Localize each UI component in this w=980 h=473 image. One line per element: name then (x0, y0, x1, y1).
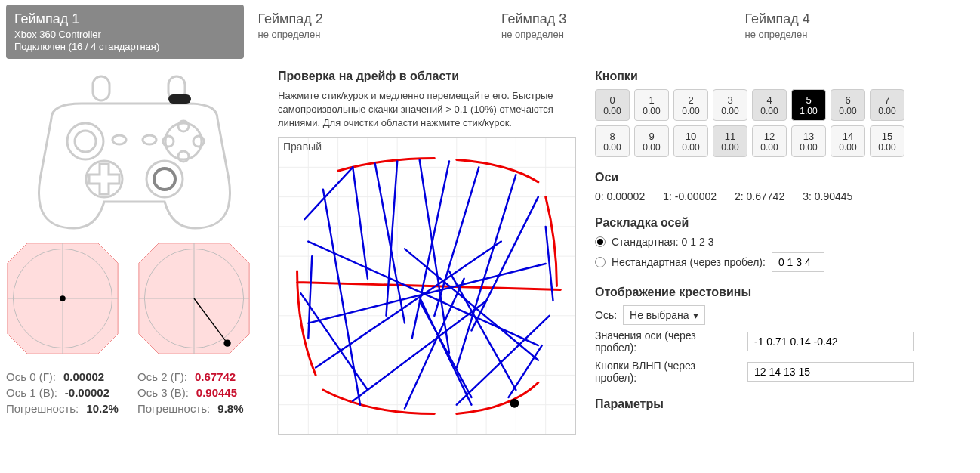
svg-point-12 (112, 135, 126, 144)
button-6: 60.00 (831, 89, 865, 121)
buttons-grid: 00.0010.0020.0030.0040.0051.0060.0070.00… (595, 89, 942, 157)
axis2-value: 0.67742 (195, 370, 236, 383)
dpad-heading: Отображение крестовины (595, 286, 974, 299)
drift-area[interactable]: Правый (278, 137, 576, 435)
tab-title: Геймпад 1 (14, 11, 236, 27)
tab-sub1: Xbox 360 Controller (14, 29, 236, 40)
svg-point-23 (223, 339, 230, 346)
dpad-buttons-label: Кнопки ВЛНП (через пробел): (595, 360, 738, 384)
drift-help: Нажмите стик/курок и медленно перемещайт… (278, 89, 580, 131)
tab-sub1: не определен (501, 29, 723, 40)
gamepad-illustration (6, 70, 263, 236)
button-8: 80.00 (595, 125, 630, 157)
axes-heading: Оси (595, 171, 974, 184)
tab-title: Геймпад 4 (745, 11, 966, 27)
gamepad-tabs: Геймпад 1 Xbox 360 Controller Подключен … (0, 0, 980, 59)
button-11: 110.00 (713, 125, 747, 157)
drift-heading: Проверка на дрейф в области (278, 70, 580, 83)
button-7: 70.00 (870, 89, 904, 121)
layout-standard-option[interactable]: Стандартная: 0 1 2 3 (595, 236, 974, 248)
layout-nonstandard-label: Нестандартная (через пробел): (612, 256, 766, 268)
tab-sub1: не определен (745, 29, 966, 40)
svg-point-4 (146, 161, 183, 197)
axis-layout-heading: Раскладка осей (595, 216, 974, 230)
axis2-label: Ось 2 (Г): (137, 370, 187, 383)
svg-point-13 (143, 135, 156, 144)
button-12: 120.00 (752, 125, 787, 157)
tab-sub1: не определен (258, 29, 479, 40)
radio-icon (595, 257, 606, 267)
radio-icon (595, 236, 606, 247)
svg-point-18 (60, 295, 66, 301)
svg-rect-14 (168, 94, 191, 104)
axis3-label: Ось 3 (В): (137, 386, 189, 399)
axis0-label: Ось 0 (Г): (6, 370, 56, 383)
svg-point-6 (165, 123, 202, 159)
tab-gamepad-4[interactable]: Геймпад 4 не определен (737, 5, 975, 59)
axes-values: 0: 0.000021: -0.000022: 0.677423: 0.9044… (595, 190, 974, 202)
axis0-value: 0.00002 (63, 370, 104, 383)
err-value: 10.2% (86, 402, 119, 415)
right-stick-visual (137, 242, 251, 355)
tab-sub2: Подключен (16 / 4 стандартная) (14, 41, 236, 52)
axis-values-label: Значения оси (через пробел): (595, 329, 738, 354)
button-14: 140.00 (831, 125, 865, 157)
axis1-label: Ось 1 (В): (6, 386, 57, 399)
dpad-axis-select[interactable]: Не выбрана ▾ (623, 305, 705, 325)
svg-rect-0 (93, 76, 109, 100)
button-10: 100.00 (673, 125, 708, 157)
left-stick-visual (6, 242, 119, 355)
svg-point-3 (75, 131, 96, 152)
layout-nonstandard-input[interactable] (772, 252, 824, 272)
button-4: 40.00 (752, 89, 787, 121)
tab-gamepad-3[interactable]: Геймпад 3 не определен (493, 5, 731, 59)
layout-nonstandard-option[interactable]: Нестандартная (через пробел): (595, 252, 974, 272)
svg-point-2 (67, 123, 103, 159)
button-5: 51.00 (791, 89, 826, 121)
dpad-axis-label: Ось: (595, 309, 617, 321)
button-3: 30.00 (713, 89, 747, 121)
err-value: 9.8% (217, 402, 243, 415)
tab-title: Геймпад 2 (258, 11, 479, 27)
button-0: 00.00 (595, 89, 630, 121)
button-15: 150.00 (870, 125, 904, 157)
axis1-value: -0.00002 (65, 386, 109, 399)
button-2: 20.00 (673, 89, 708, 121)
button-13: 130.00 (791, 125, 826, 157)
button-1: 10.00 (634, 89, 669, 121)
err-label: Погрешность: (6, 402, 79, 415)
svg-point-5 (154, 168, 175, 190)
axis3-value: 0.90445 (196, 386, 237, 399)
tab-gamepad-2[interactable]: Геймпад 2 не определен (250, 5, 488, 59)
svg-point-42 (510, 398, 519, 407)
params-heading: Параметры (595, 397, 974, 411)
buttons-heading: Кнопки (595, 70, 974, 83)
tab-title: Геймпад 3 (501, 11, 723, 27)
layout-standard-label: Стандартная: 0 1 2 3 (612, 236, 713, 248)
dpad-axis-value: Не выбрана (630, 309, 689, 321)
svg-point-11 (86, 161, 122, 197)
tab-gamepad-1[interactable]: Геймпад 1 Xbox 360 Controller Подключен … (6, 5, 244, 59)
dpad-buttons-input[interactable] (747, 362, 914, 382)
button-9: 90.00 (634, 125, 669, 157)
chevron-down-icon: ▾ (693, 309, 698, 321)
err-label: Погрешность: (137, 402, 210, 415)
axis-values-input[interactable] (747, 332, 914, 351)
